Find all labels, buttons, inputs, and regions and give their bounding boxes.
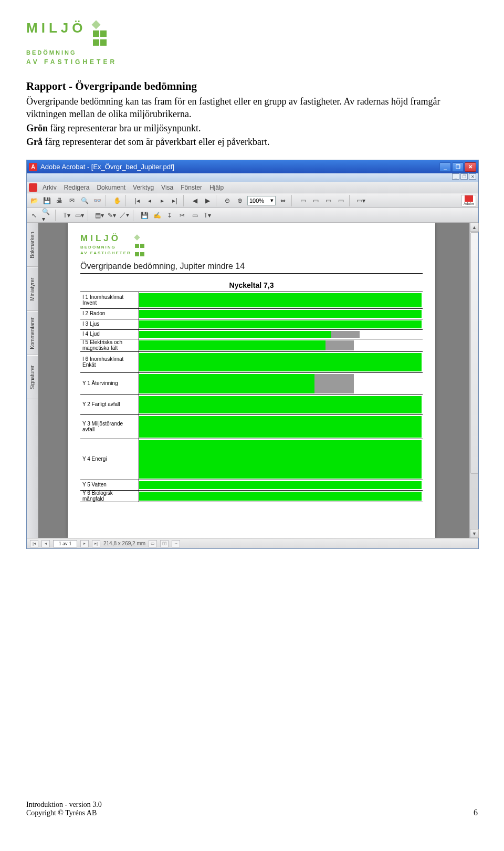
menu-verktyg[interactable]: Verktyg: [130, 183, 157, 192]
search-icon[interactable]: 🔍: [79, 195, 90, 206]
adobe-badge[interactable]: Adobe: [461, 195, 476, 206]
chart-row-bars: [139, 440, 422, 479]
highlight-icon[interactable]: ／▾: [119, 210, 130, 221]
sign-icon[interactable]: ✍: [152, 210, 162, 221]
chart-row: I 4 Ljud: [80, 330, 423, 339]
scroll-thumb[interactable]: [470, 232, 478, 474]
menu-bar: Arkiv Redigera Dokument Verktyg Visa Fön…: [27, 182, 478, 193]
zoom-in-icon[interactable]: ⊕: [235, 195, 245, 206]
zoom-marquee-icon[interactable]: 🔍▾: [41, 210, 52, 221]
sb-next-icon[interactable]: ▸: [80, 540, 89, 547]
toolbar-2: ↖ 🔍▾ T▾ ▭▾ ▤▾ ✎▾ ／▾ 💾 ✍ ↧ ✂ ▭ T▾: [27, 208, 478, 223]
mdi-close-button[interactable]: ✕: [469, 173, 476, 180]
text-tool-alt-icon[interactable]: T▾: [202, 210, 213, 221]
menu-redigera[interactable]: Redigera: [61, 183, 93, 192]
pdf-logo: MILJÖ: [80, 233, 131, 244]
chart-row-label: I 5 Elektriska ochmagnetiska fält: [80, 339, 139, 351]
open-icon[interactable]: 📂: [29, 195, 39, 206]
window-maximize-button[interactable]: ❐: [452, 162, 464, 172]
fit-width-icon[interactable]: ⇔: [278, 195, 288, 206]
pencil-icon[interactable]: ✎▾: [107, 210, 117, 221]
zoom-out-icon[interactable]: ⊖: [222, 195, 233, 206]
sb-prev-icon[interactable]: ◂: [41, 540, 50, 547]
logo-word: MILJÖ: [26, 21, 86, 35]
menu-visa[interactable]: Visa: [158, 183, 176, 192]
scroll-up-icon[interactable]: ▲: [470, 223, 479, 232]
separator-icon: [216, 195, 219, 206]
separator-icon: [106, 195, 109, 206]
sb-first-icon[interactable]: |◂: [30, 540, 38, 547]
pdf-logo-sub1: BEDÖMNING: [80, 245, 131, 250]
mail-icon[interactable]: ✉: [67, 195, 77, 206]
scroll-down-icon[interactable]: ▼: [470, 529, 479, 538]
sb-layout3-icon[interactable]: ↔: [172, 540, 180, 547]
menu-dokument[interactable]: Dokument: [93, 183, 129, 192]
window-minimize-button[interactable]: _: [439, 162, 451, 172]
bar-green: [139, 396, 422, 413]
page-icon[interactable]: ▭: [335, 195, 346, 206]
back-icon[interactable]: ◀: [190, 195, 200, 206]
page-icon[interactable]: ▭▾: [355, 195, 366, 206]
chart-row: Y 1 Återvinning: [80, 373, 423, 395]
chart-row-bars: [139, 293, 422, 307]
menu-hjalp[interactable]: Hjälp: [206, 183, 227, 192]
status-page[interactable]: 1 av 1: [53, 540, 77, 547]
fwd-icon[interactable]: ▶: [202, 195, 213, 206]
tab-bokmarken[interactable]: Bokmärken: [27, 223, 38, 267]
chart-row-bars: [139, 353, 422, 371]
tab-signaturer[interactable]: Signaturer: [27, 355, 38, 399]
text-tool-icon[interactable]: T▾: [61, 210, 72, 221]
first-page-icon[interactable]: |◂: [132, 195, 142, 206]
bar-green: [139, 440, 422, 479]
attach-icon[interactable]: ↧: [164, 210, 175, 221]
bold-grey: Grå: [26, 137, 43, 147]
chart-row: I 6 InomhusklimatEnkät: [80, 352, 423, 373]
mdi-restore-button[interactable]: ❐: [460, 173, 468, 180]
chart-row-bars: [139, 396, 422, 413]
tab-kommentarer[interactable]: Kommentarer: [27, 311, 38, 355]
snapshot-icon[interactable]: ▭▾: [74, 210, 85, 221]
page-icon[interactable]: ▭: [310, 195, 321, 206]
select-icon[interactable]: ↖: [29, 210, 39, 221]
chart-row-bars: [139, 320, 422, 328]
pdf-logo-squares-icon: [134, 233, 145, 258]
bar-green: [139, 340, 326, 350]
crop-icon[interactable]: ✂: [177, 210, 187, 221]
print-icon[interactable]: 🖶: [54, 195, 65, 206]
sb-layout2-icon[interactable]: ▯▯: [160, 540, 169, 547]
bar-green: [139, 374, 314, 393]
chart-row: Y 5 Vatten: [80, 480, 423, 491]
menu-fonster[interactable]: Fönster: [177, 183, 205, 192]
note-icon[interactable]: ▤▾: [94, 210, 104, 221]
page-canvas[interactable]: MILJÖ BEDÖMNING AV FASTIGHETER Övergripa…: [38, 223, 469, 538]
sb-layout1-icon[interactable]: ▭: [149, 540, 157, 547]
tab-miniatyrer[interactable]: Miniatyrer: [27, 267, 38, 311]
text-box-icon[interactable]: ▭: [190, 210, 200, 221]
mdi-minimize-button[interactable]: _: [452, 173, 459, 180]
binoculars-icon[interactable]: 👓: [92, 195, 102, 206]
window-close-button[interactable]: ✕: [465, 162, 476, 172]
chart-row: I 5 Elektriska ochmagnetiska fält: [80, 339, 423, 352]
status-bar: |◂ ◂ 1 av 1 ▸ ▸| 214,8 x 269,2 mm ▭ ▯▯ ↔: [27, 538, 478, 548]
last-page-icon[interactable]: ▸|: [170, 195, 180, 206]
paragraph-2: Grön färg representerar bra ur miljösynp…: [26, 122, 478, 134]
save-icon[interactable]: 💾: [41, 195, 52, 206]
window-titlebar[interactable]: A Adobe Acrobat - [Ex_Övrgr_bed_Jupiter.…: [27, 160, 478, 173]
chart-row-bars: [139, 481, 422, 489]
save-icon[interactable]: 💾: [139, 210, 150, 221]
separator-icon: [125, 195, 129, 206]
menu-arkiv[interactable]: Arkiv: [39, 183, 60, 192]
brand-logo: MILJÖ BEDÖMNING AV FASTIGHETER: [26, 21, 478, 65]
bar-green: [139, 492, 422, 501]
page-icon[interactable]: ▭: [323, 195, 333, 206]
sb-last-icon[interactable]: ▸|: [92, 540, 100, 547]
vertical-scrollbar[interactable]: ▲ ▼: [469, 223, 478, 538]
separator-icon: [291, 195, 295, 206]
chart-row-bars: [139, 340, 422, 350]
zoom-combo[interactable]: 100%▾: [247, 196, 276, 205]
side-tabs: Bokmärken Miniatyrer Kommentarer Signatu…: [27, 223, 38, 538]
next-page-icon[interactable]: ▸: [157, 195, 167, 206]
hand-icon[interactable]: ✋: [112, 195, 122, 206]
page-icon[interactable]: ▭: [298, 195, 308, 206]
prev-page-icon[interactable]: ◂: [144, 195, 155, 206]
